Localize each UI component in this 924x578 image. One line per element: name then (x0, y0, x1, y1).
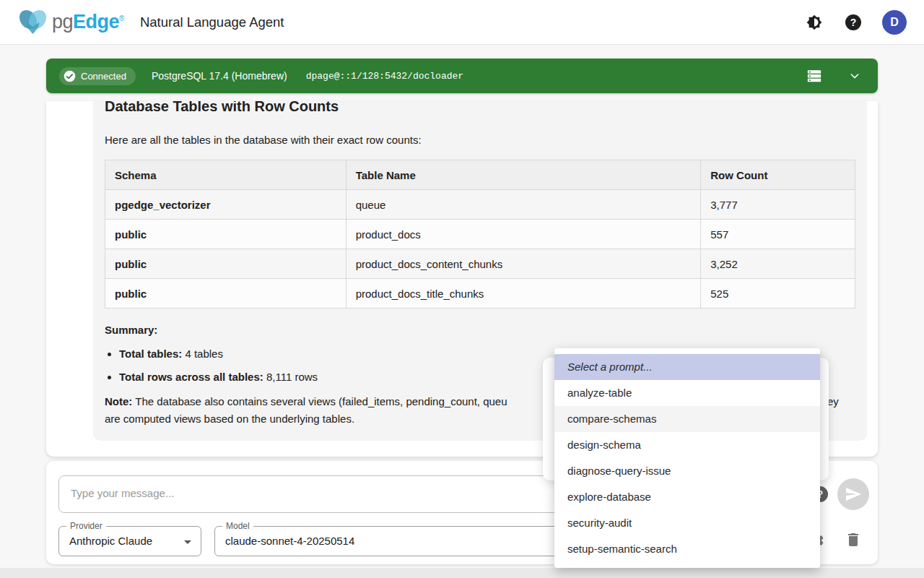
check-circle-icon (64, 70, 76, 82)
server-version-label: PostgreSQL 17.4 (Homebrew) (152, 70, 287, 82)
cell-row-count: 557 (701, 220, 855, 249)
cell-table-name: queue (346, 190, 701, 220)
message-intro: Here are all the tables in the database … (105, 133, 855, 147)
pgedge-heart-icon (17, 8, 49, 37)
pgedge-logo: pgEdge® (17, 8, 124, 37)
col-header-schema: Schema (105, 160, 346, 190)
table-row: public product_docs_title_chunks 525 (105, 279, 855, 309)
cell-row-count: 525 (701, 279, 855, 309)
prompt-item-setup-semantic-search[interactable]: setup-semantic-search (554, 536, 820, 562)
prompt-item-security-audit[interactable]: security-audit (554, 510, 820, 536)
provider-label: Provider (66, 521, 106, 531)
prompt-item-diagnose-query-issue[interactable]: diagnose-query-issue (554, 458, 820, 484)
table-header-row: Schema Table Name Row Count (105, 160, 855, 190)
connection-dsn: dpage@::1/128:5432/docloader (306, 71, 463, 82)
dropdown-caret-icon (179, 533, 196, 553)
cell-schema: public (105, 220, 346, 249)
prompt-select-menu: Select a prompt... analyze-table compare… (554, 348, 820, 568)
prompt-menu-placeholder[interactable]: Select a prompt... (554, 354, 820, 380)
connection-status-badge: Connected (59, 67, 136, 85)
cell-schema: pgedge_vectorizer (105, 190, 346, 220)
provider-select[interactable]: Provider Anthropic Claude (58, 526, 201, 556)
prompt-item-compare-schemas[interactable]: compare-schemas (554, 406, 820, 432)
summary-heading: Summary: (105, 324, 855, 336)
connection-bar: Connected PostgreSQL 17.4 (Homebrew) dpa… (46, 59, 878, 93)
svg-text:?: ? (850, 17, 857, 28)
connection-status-label: Connected (81, 71, 126, 82)
clear-chat-trash-icon[interactable] (845, 531, 862, 548)
prompt-item-analyze-table[interactable]: analyze-table (554, 380, 820, 406)
send-button[interactable] (837, 478, 869, 510)
note-fragment: ey (827, 393, 839, 410)
app-header: pgEdge® Natural Language Agent ? D (0, 0, 924, 45)
prompt-item-design-schema[interactable]: design-schema (554, 432, 820, 458)
server-list-icon[interactable] (804, 66, 824, 86)
col-header-table-name: Table Name (346, 160, 701, 190)
cell-schema: public (105, 249, 346, 279)
col-header-row-count: Row Count (701, 160, 855, 190)
cell-table-name: product_docs_title_chunks (346, 279, 701, 309)
page-bottom-strip (0, 568, 924, 578)
model-label: Model (222, 521, 253, 531)
cell-schema: public (105, 279, 346, 309)
send-icon (845, 486, 862, 503)
user-avatar[interactable]: D (882, 10, 907, 35)
dark-mode-toggle-icon[interactable] (804, 12, 824, 33)
page-title: Natural Language Agent (140, 14, 284, 30)
cell-row-count: 3,252 (701, 249, 855, 279)
table-row: public product_docs_content_chunks 3,252 (105, 249, 855, 279)
message-heading: Database Tables with Row Counts (105, 101, 855, 116)
prompt-item-explore-database[interactable]: explore-database (554, 484, 820, 510)
table-row: pgedge_vectorizer queue 3,777 (105, 190, 855, 220)
cell-row-count: 3,777 (701, 190, 855, 220)
cell-table-name: product_docs (346, 220, 701, 249)
tables-rowcount-table: Schema Table Name Row Count pgedge_vecto… (105, 160, 855, 309)
table-row: public product_docs 557 (105, 220, 855, 249)
chevron-down-icon[interactable] (845, 66, 865, 86)
brand-text: pgEdge® (52, 11, 124, 33)
help-icon[interactable]: ? (843, 12, 863, 33)
cell-table-name: product_docs_content_chunks (346, 249, 701, 279)
